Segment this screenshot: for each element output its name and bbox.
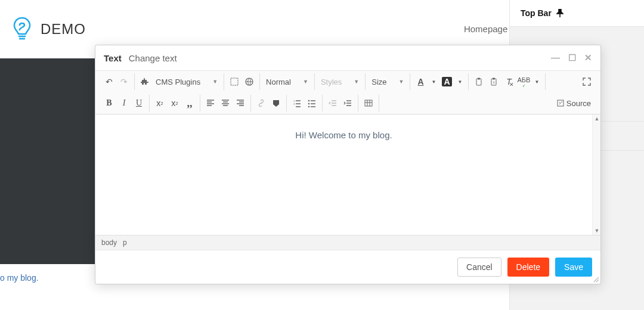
align-left-icon[interactable] <box>204 97 217 110</box>
resize-handle-icon[interactable] <box>592 275 599 283</box>
align-center-icon[interactable] <box>219 97 232 110</box>
editor-scrollbar[interactable]: ▲ ▼ <box>592 114 600 235</box>
save-button[interactable]: Save <box>555 258 592 277</box>
svg-text:T: T <box>493 81 496 85</box>
pin-icon <box>556 9 564 17</box>
superscript-icon[interactable]: x2 <box>168 97 181 110</box>
modal-title: Text <box>104 53 122 63</box>
size-select[interactable]: Size▼ <box>369 78 406 86</box>
modal-subtitle: Change text <box>129 53 177 63</box>
status-p[interactable]: p <box>123 238 127 247</box>
table-icon[interactable] <box>362 97 375 110</box>
svg-text:2: 2 <box>293 103 295 106</box>
page-blog-snippet: o my blog. <box>0 273 39 283</box>
styles-select[interactable]: Styles▼ <box>318 78 361 86</box>
svg-point-14 <box>308 106 310 107</box>
numbered-list-icon[interactable]: 12 <box>290 97 304 110</box>
svg-rect-4 <box>476 79 481 85</box>
scroll-up-icon[interactable]: ▲ <box>593 114 601 123</box>
paste-text-icon[interactable]: T <box>487 75 500 88</box>
modal-header[interactable]: Text Change text — ☐ ✕ <box>95 45 600 71</box>
show-blocks-icon[interactable] <box>228 75 241 88</box>
source-icon[interactable]: Source <box>555 97 593 110</box>
format-select[interactable]: Normal▼ <box>264 78 311 86</box>
remove-format-icon[interactable]: T✕ <box>502 75 515 88</box>
maximize-editor-icon[interactable] <box>580 75 593 88</box>
minimize-icon[interactable]: — <box>551 52 560 63</box>
puzzle-icon[interactable] <box>138 75 151 88</box>
editor-text: Hi! Welcome to my blog. <box>295 130 392 140</box>
top-bar-label: Top Bar <box>521 8 552 18</box>
svg-point-13 <box>308 103 310 105</box>
svg-rect-5 <box>478 78 480 80</box>
cms-plugins-select[interactable]: CMS Plugins▼ <box>153 78 220 86</box>
editor-status-bar: body p <box>95 235 600 250</box>
svg-rect-2 <box>231 78 238 85</box>
editor-content[interactable]: Hi! Welcome to my blog. <box>95 114 592 235</box>
scroll-down-icon[interactable]: ▼ <box>593 227 601 235</box>
text-color-icon[interactable]: A <box>414 75 427 88</box>
bold-icon[interactable]: B <box>103 97 116 110</box>
bg-color-dropdown[interactable]: ▼ <box>455 75 465 88</box>
cancel-button[interactable]: Cancel <box>457 258 501 277</box>
lightbulb-icon <box>12 16 32 42</box>
brand-text: DEMO <box>41 21 86 38</box>
svg-rect-9 <box>273 100 279 104</box>
spellcheck-icon[interactable]: AБВ✓ <box>517 75 530 88</box>
nav-homepage[interactable]: Homepage <box>464 24 507 34</box>
redo-icon: ↷ <box>117 75 131 88</box>
text-color-dropdown[interactable]: ▼ <box>429 75 438 88</box>
svg-rect-7 <box>493 78 495 80</box>
blockquote-icon[interactable]: ,, <box>183 97 196 110</box>
status-body[interactable]: body <box>101 238 117 247</box>
link-icon <box>255 97 268 110</box>
indent-icon[interactable] <box>341 97 354 110</box>
align-right-icon[interactable] <box>234 97 247 110</box>
editor-toolbar: ↶ ↷ CMS Plugins▼ Normal▼ <box>95 71 600 114</box>
hero-dark-section <box>0 58 95 264</box>
modal-footer: Cancel Delete Save <box>95 250 600 284</box>
close-icon[interactable]: ✕ <box>584 52 592 63</box>
logo-wrap: DEMO <box>12 16 86 42</box>
globe-icon[interactable] <box>243 75 256 88</box>
spellcheck-dropdown[interactable]: ▼ <box>532 75 541 88</box>
bg-color-icon[interactable]: A <box>440 75 453 88</box>
subscript-icon[interactable]: x2 <box>153 97 166 110</box>
structure-top-bar[interactable]: Top Bar <box>510 0 644 27</box>
undo-icon[interactable]: ↶ <box>103 75 116 88</box>
bullet-list-icon[interactable] <box>305 97 318 110</box>
maximize-icon[interactable]: ☐ <box>568 52 576 63</box>
italic-icon[interactable]: I <box>117 97 131 110</box>
outdent-icon <box>326 97 339 110</box>
edit-text-modal: Text Change text — ☐ ✕ ↶ ↷ CMS Plugins▼ <box>95 45 601 284</box>
svg-rect-15 <box>365 100 372 106</box>
paste-icon[interactable] <box>472 75 485 88</box>
underline-icon[interactable]: U <box>132 97 145 110</box>
delete-button[interactable]: Delete <box>507 258 549 277</box>
anchor-icon[interactable] <box>270 97 283 110</box>
svg-point-12 <box>308 100 310 102</box>
